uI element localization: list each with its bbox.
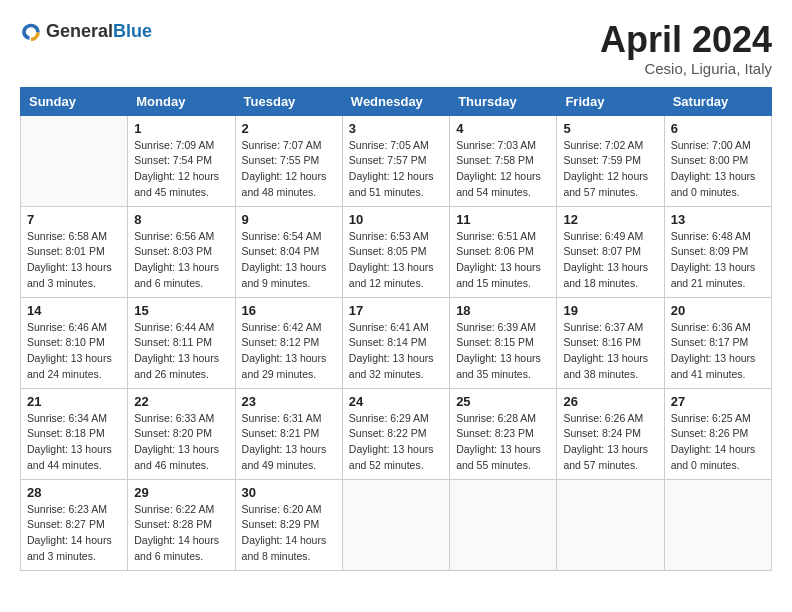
calendar-cell: 7Sunrise: 6:58 AM Sunset: 8:01 PM Daylig… [21,206,128,297]
day-info: Sunrise: 6:29 AM Sunset: 8:22 PM Dayligh… [349,411,443,474]
calendar-cell [342,479,449,570]
header-cell-sunday: Sunday [21,87,128,115]
calendar-cell: 10Sunrise: 6:53 AM Sunset: 8:05 PM Dayli… [342,206,449,297]
header-cell-monday: Monday [128,87,235,115]
day-info: Sunrise: 6:56 AM Sunset: 8:03 PM Dayligh… [134,229,228,292]
day-info: Sunrise: 6:54 AM Sunset: 8:04 PM Dayligh… [242,229,336,292]
day-number: 24 [349,394,443,409]
day-number: 10 [349,212,443,227]
day-number: 22 [134,394,228,409]
calendar-cell [21,115,128,206]
calendar-table: SundayMondayTuesdayWednesdayThursdayFrid… [20,87,772,571]
calendar-cell: 21Sunrise: 6:34 AM Sunset: 8:18 PM Dayli… [21,388,128,479]
calendar-cell: 12Sunrise: 6:49 AM Sunset: 8:07 PM Dayli… [557,206,664,297]
day-number: 14 [27,303,121,318]
day-number: 6 [671,121,765,136]
day-number: 3 [349,121,443,136]
day-info: Sunrise: 6:36 AM Sunset: 8:17 PM Dayligh… [671,320,765,383]
day-info: Sunrise: 6:22 AM Sunset: 8:28 PM Dayligh… [134,502,228,565]
day-number: 13 [671,212,765,227]
day-info: Sunrise: 6:20 AM Sunset: 8:29 PM Dayligh… [242,502,336,565]
header-cell-wednesday: Wednesday [342,87,449,115]
calendar-cell: 14Sunrise: 6:46 AM Sunset: 8:10 PM Dayli… [21,297,128,388]
calendar-cell: 6Sunrise: 7:00 AM Sunset: 8:00 PM Daylig… [664,115,771,206]
calendar-cell: 25Sunrise: 6:28 AM Sunset: 8:23 PM Dayli… [450,388,557,479]
day-info: Sunrise: 6:51 AM Sunset: 8:06 PM Dayligh… [456,229,550,292]
logo: GeneralBlue [20,20,152,42]
week-row-1: 7Sunrise: 6:58 AM Sunset: 8:01 PM Daylig… [21,206,772,297]
calendar-cell: 26Sunrise: 6:26 AM Sunset: 8:24 PM Dayli… [557,388,664,479]
calendar-cell: 8Sunrise: 6:56 AM Sunset: 8:03 PM Daylig… [128,206,235,297]
day-info: Sunrise: 6:37 AM Sunset: 8:16 PM Dayligh… [563,320,657,383]
calendar-cell: 28Sunrise: 6:23 AM Sunset: 8:27 PM Dayli… [21,479,128,570]
calendar-cell: 24Sunrise: 6:29 AM Sunset: 8:22 PM Dayli… [342,388,449,479]
calendar-cell: 16Sunrise: 6:42 AM Sunset: 8:12 PM Dayli… [235,297,342,388]
header-cell-friday: Friday [557,87,664,115]
day-number: 19 [563,303,657,318]
day-info: Sunrise: 6:48 AM Sunset: 8:09 PM Dayligh… [671,229,765,292]
day-number: 17 [349,303,443,318]
week-row-2: 14Sunrise: 6:46 AM Sunset: 8:10 PM Dayli… [21,297,772,388]
calendar-cell: 29Sunrise: 6:22 AM Sunset: 8:28 PM Dayli… [128,479,235,570]
day-info: Sunrise: 6:25 AM Sunset: 8:26 PM Dayligh… [671,411,765,474]
calendar-cell: 22Sunrise: 6:33 AM Sunset: 8:20 PM Dayli… [128,388,235,479]
day-number: 29 [134,485,228,500]
day-info: Sunrise: 6:42 AM Sunset: 8:12 PM Dayligh… [242,320,336,383]
day-number: 1 [134,121,228,136]
day-info: Sunrise: 6:49 AM Sunset: 8:07 PM Dayligh… [563,229,657,292]
calendar-cell: 9Sunrise: 6:54 AM Sunset: 8:04 PM Daylig… [235,206,342,297]
day-number: 2 [242,121,336,136]
calendar-cell: 23Sunrise: 6:31 AM Sunset: 8:21 PM Dayli… [235,388,342,479]
day-number: 16 [242,303,336,318]
day-info: Sunrise: 6:33 AM Sunset: 8:20 PM Dayligh… [134,411,228,474]
day-info: Sunrise: 6:41 AM Sunset: 8:14 PM Dayligh… [349,320,443,383]
day-number: 21 [27,394,121,409]
day-number: 28 [27,485,121,500]
day-info: Sunrise: 6:23 AM Sunset: 8:27 PM Dayligh… [27,502,121,565]
week-row-4: 28Sunrise: 6:23 AM Sunset: 8:27 PM Dayli… [21,479,772,570]
header-cell-saturday: Saturday [664,87,771,115]
day-number: 25 [456,394,550,409]
day-info: Sunrise: 7:00 AM Sunset: 8:00 PM Dayligh… [671,138,765,201]
day-info: Sunrise: 6:39 AM Sunset: 8:15 PM Dayligh… [456,320,550,383]
day-info: Sunrise: 6:44 AM Sunset: 8:11 PM Dayligh… [134,320,228,383]
header-cell-tuesday: Tuesday [235,87,342,115]
week-row-3: 21Sunrise: 6:34 AM Sunset: 8:18 PM Dayli… [21,388,772,479]
calendar-cell: 18Sunrise: 6:39 AM Sunset: 8:15 PM Dayli… [450,297,557,388]
day-info: Sunrise: 7:05 AM Sunset: 7:57 PM Dayligh… [349,138,443,201]
header-row: SundayMondayTuesdayWednesdayThursdayFrid… [21,87,772,115]
header-cell-thursday: Thursday [450,87,557,115]
day-info: Sunrise: 6:53 AM Sunset: 8:05 PM Dayligh… [349,229,443,292]
calendar-cell: 4Sunrise: 7:03 AM Sunset: 7:58 PM Daylig… [450,115,557,206]
logo-text: GeneralBlue [46,21,152,42]
day-number: 11 [456,212,550,227]
calendar-cell [664,479,771,570]
day-info: Sunrise: 7:03 AM Sunset: 7:58 PM Dayligh… [456,138,550,201]
calendar-cell [450,479,557,570]
title-block: April 2024 Cesio, Liguria, Italy [600,20,772,77]
calendar-cell: 20Sunrise: 6:36 AM Sunset: 8:17 PM Dayli… [664,297,771,388]
calendar-cell: 30Sunrise: 6:20 AM Sunset: 8:29 PM Dayli… [235,479,342,570]
day-number: 27 [671,394,765,409]
calendar-cell [557,479,664,570]
calendar-cell: 2Sunrise: 7:07 AM Sunset: 7:55 PM Daylig… [235,115,342,206]
calendar-subtitle: Cesio, Liguria, Italy [600,60,772,77]
day-info: Sunrise: 6:28 AM Sunset: 8:23 PM Dayligh… [456,411,550,474]
day-number: 15 [134,303,228,318]
day-info: Sunrise: 7:09 AM Sunset: 7:54 PM Dayligh… [134,138,228,201]
calendar-cell: 5Sunrise: 7:02 AM Sunset: 7:59 PM Daylig… [557,115,664,206]
day-number: 8 [134,212,228,227]
week-row-0: 1Sunrise: 7:09 AM Sunset: 7:54 PM Daylig… [21,115,772,206]
calendar-cell: 3Sunrise: 7:05 AM Sunset: 7:57 PM Daylig… [342,115,449,206]
calendar-title: April 2024 [600,20,772,60]
day-number: 9 [242,212,336,227]
day-number: 30 [242,485,336,500]
calendar-cell: 13Sunrise: 6:48 AM Sunset: 8:09 PM Dayli… [664,206,771,297]
day-number: 5 [563,121,657,136]
calendar-cell: 19Sunrise: 6:37 AM Sunset: 8:16 PM Dayli… [557,297,664,388]
day-info: Sunrise: 6:26 AM Sunset: 8:24 PM Dayligh… [563,411,657,474]
day-info: Sunrise: 6:46 AM Sunset: 8:10 PM Dayligh… [27,320,121,383]
page-header: GeneralBlue April 2024 Cesio, Liguria, I… [20,20,772,77]
day-number: 23 [242,394,336,409]
calendar-cell: 27Sunrise: 6:25 AM Sunset: 8:26 PM Dayli… [664,388,771,479]
